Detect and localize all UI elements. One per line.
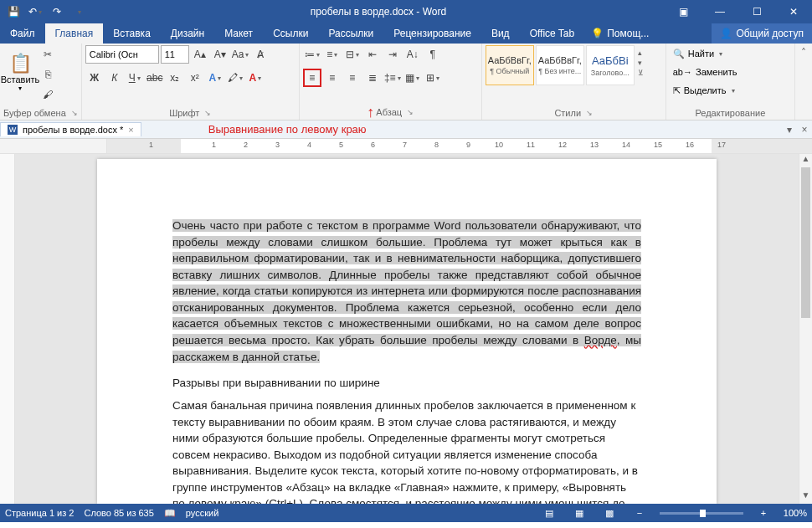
undo-button[interactable]: ↶ xyxy=(25,2,45,22)
zoom-slider[interactable] xyxy=(660,512,743,515)
zoom-out-button[interactable]: − xyxy=(630,508,650,518)
tab-layout[interactable]: Макет xyxy=(214,23,263,44)
document-tab-label: пробелы в ворде.docx * xyxy=(23,125,123,135)
shading-button[interactable]: ▦ xyxy=(403,69,422,87)
paragraph-1[interactable]: Очень часто при работе с текстом в прогр… xyxy=(172,218,641,365)
zoom-level[interactable]: 100% xyxy=(784,508,807,518)
align-right-button[interactable]: ≡ xyxy=(343,69,362,87)
decrease-indent-button[interactable]: ⇤ xyxy=(363,45,382,64)
group-label-paragraph: ↑ Абзац↘ xyxy=(303,105,478,120)
tab-home[interactable]: Главная xyxy=(45,23,104,44)
minimize-button[interactable]: — xyxy=(702,0,738,23)
styles-more[interactable]: ▴ ▾ ⊻ xyxy=(636,45,645,80)
line-spacing-button[interactable]: ‡≡ xyxy=(383,69,402,87)
bullets-button[interactable]: ≔ xyxy=(303,45,321,64)
tell-me[interactable]: 💡 Помощ... xyxy=(584,23,655,44)
strikethrough-button[interactable]: abc xyxy=(146,69,164,87)
ruler-tick: 14 xyxy=(622,141,630,149)
highlight-button[interactable]: 🖍 xyxy=(226,69,244,87)
multilevel-button[interactable]: ⊟ xyxy=(343,45,362,64)
view-print-button[interactable]: ▦ xyxy=(569,508,589,519)
style-no-spacing[interactable]: АаБбВвГг, ¶ Без инте... xyxy=(536,45,584,85)
copy-button[interactable]: ⎘ xyxy=(39,65,57,84)
grow-font-button[interactable]: A▴ xyxy=(191,45,209,64)
zoom-knob[interactable] xyxy=(700,510,706,517)
paste-button[interactable]: 📋 Вставить ▾ xyxy=(3,45,37,99)
style-normal[interactable]: АаБбВвГг, ¶ Обычный xyxy=(486,45,534,85)
tab-view[interactable]: Вид xyxy=(481,23,520,44)
share-button[interactable]: 👤 Общий доступ xyxy=(712,23,812,44)
status-proofing-icon[interactable]: 📖 xyxy=(164,508,176,519)
vertical-scrollbar[interactable]: ▲ ▼ xyxy=(799,154,812,504)
tab-references[interactable]: Ссылки xyxy=(263,23,318,44)
font-name-combo[interactable]: Calibri (Осн xyxy=(85,45,159,64)
heading-1[interactable]: Разрывы при выравнивании по ширине xyxy=(172,377,641,389)
tabstrip-close[interactable]: × xyxy=(797,124,812,136)
styles-launcher[interactable]: ↘ xyxy=(586,109,593,117)
align-center-button[interactable]: ≡ xyxy=(323,69,342,87)
paragraph-2[interactable]: Самая банальная причина появления длинны… xyxy=(172,397,641,504)
sort-button[interactable]: A↓ xyxy=(403,45,422,64)
document-tab[interactable]: W пробелы в ворде.docx * × xyxy=(0,122,141,136)
paragraph-launcher[interactable]: ↘ xyxy=(407,108,414,116)
save-button[interactable]: 💾 xyxy=(3,2,23,22)
replace-label: Заменить xyxy=(696,67,737,77)
horizontal-ruler[interactable]: 1 1 2 3 4 5 6 7 8 9 10 11 12 13 14 15 16… xyxy=(0,139,812,154)
tab-design[interactable]: Дизайн xyxy=(161,23,214,44)
clipboard-launcher[interactable]: ↘ xyxy=(71,109,78,117)
vertical-ruler[interactable] xyxy=(0,154,15,504)
shrink-font-button[interactable]: A▾ xyxy=(211,45,229,64)
bold-button[interactable]: Ж xyxy=(85,69,104,87)
cut-button[interactable]: ✂ xyxy=(39,45,57,64)
style-heading1[interactable]: АаБбВі Заголово... xyxy=(586,45,635,85)
increase-indent-button[interactable]: ⇥ xyxy=(383,45,402,64)
view-web-button[interactable]: ▩ xyxy=(599,508,619,519)
paste-label: Вставить xyxy=(1,74,40,85)
close-tab-button[interactable]: × xyxy=(128,125,133,135)
clipboard-icon: 📋 xyxy=(9,53,32,74)
group-label-styles: Стили↘ xyxy=(486,106,662,120)
underline-button[interactable]: Ч xyxy=(126,69,144,87)
tab-officetab[interactable]: Office Tab xyxy=(520,23,585,44)
tabstrip-menu[interactable]: ▾ xyxy=(782,124,797,136)
subscript-button[interactable]: x₂ xyxy=(166,69,184,87)
change-case-button[interactable]: Aa xyxy=(231,45,250,64)
justify-button[interactable]: ≣ xyxy=(363,69,382,87)
document-page[interactable]: Очень часто при работе с текстом в прогр… xyxy=(97,159,717,504)
share-label: Общий доступ xyxy=(736,28,804,39)
format-painter-button[interactable]: 🖌 xyxy=(39,85,57,104)
status-language[interactable]: русский xyxy=(186,508,218,518)
zoom-in-button[interactable]: + xyxy=(753,508,773,518)
qat-customize[interactable] xyxy=(69,2,89,22)
ribbon-tabs: Файл Главная Вставка Дизайн Макет Ссылки… xyxy=(0,23,812,44)
italic-button[interactable]: К xyxy=(105,69,124,87)
scroll-thumb[interactable] xyxy=(801,167,810,318)
scroll-down-button[interactable]: ▼ xyxy=(799,490,812,504)
ribbon-options-button[interactable]: ▣ xyxy=(665,0,702,23)
font-size-combo[interactable]: 11 xyxy=(161,45,189,64)
collapse-ribbon-button[interactable]: ˄ xyxy=(801,47,806,59)
font-color-button[interactable]: A xyxy=(246,69,265,87)
numbering-button[interactable]: ≡ xyxy=(323,45,342,64)
select-button[interactable]: ⇱ Выделить xyxy=(670,82,738,99)
redo-button[interactable]: ↷ xyxy=(47,2,67,22)
tab-review[interactable]: Рецензирование xyxy=(383,23,481,44)
maximize-button[interactable]: ☐ xyxy=(738,0,775,23)
font-launcher[interactable]: ↘ xyxy=(204,109,211,117)
tab-mailings[interactable]: Рассылки xyxy=(318,23,383,44)
view-read-button[interactable]: ▤ xyxy=(539,508,559,519)
borders-button[interactable]: ⊞ xyxy=(424,69,442,87)
clear-formatting-button[interactable]: A̷ xyxy=(251,45,270,64)
replace-button[interactable]: ab→ Заменить xyxy=(670,64,741,80)
status-words[interactable]: Слово 85 из 635 xyxy=(84,508,153,518)
tab-file[interactable]: Файл xyxy=(0,23,45,44)
find-button[interactable]: 🔍 Найти xyxy=(670,45,726,62)
scroll-up-button[interactable]: ▲ xyxy=(799,154,812,167)
close-button[interactable]: ✕ xyxy=(775,0,812,23)
tab-insert[interactable]: Вставка xyxy=(103,23,161,44)
status-page[interactable]: Страница 1 из 2 xyxy=(5,508,74,518)
superscript-button[interactable]: x² xyxy=(186,69,204,87)
align-left-button[interactable]: ≡ xyxy=(303,69,321,87)
show-marks-button[interactable]: ¶ xyxy=(424,45,442,64)
text-effects-button[interactable]: A xyxy=(206,69,224,87)
